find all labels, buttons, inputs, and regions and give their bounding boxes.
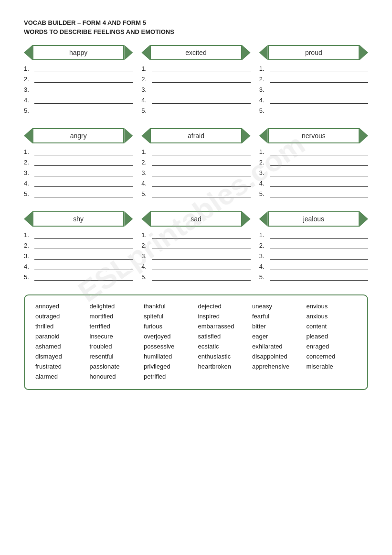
line-item: 2.: [24, 159, 133, 166]
line-number: 3.: [141, 86, 150, 93]
ribbon-label-excited: excited: [150, 45, 242, 60]
word-bank-cell: heartbroken: [196, 362, 251, 370]
answer-line: [34, 108, 133, 114]
line-item: 4.: [259, 180, 368, 187]
ribbon-angry: angry: [24, 128, 133, 143]
line-number: 1.: [259, 231, 268, 239]
word-bank-cell: concerned: [305, 352, 359, 360]
ribbon-shy: shy: [24, 211, 133, 227]
line-number: 2.: [141, 159, 150, 166]
word-bank-cell: uneasy: [250, 302, 305, 310]
line-number: 5.: [24, 273, 32, 281]
word-bank-cell: frustrated: [33, 362, 88, 370]
word-bank-cell: terrified: [88, 322, 142, 330]
ribbon-right-sad: [242, 211, 251, 227]
word-bank-cell: dejected: [196, 302, 251, 310]
ribbon-afraid: afraid: [141, 128, 250, 143]
section-afraid: afraid 1. 2. 3. 4. 5.: [141, 128, 250, 201]
line-number: 4.: [141, 180, 150, 187]
word-bank-cell: possessive: [142, 342, 196, 350]
word-bank-cell: [196, 372, 251, 381]
line-number: 2.: [259, 242, 268, 249]
answer-line: [152, 274, 250, 281]
line-number: 5.: [24, 190, 32, 197]
answer-line: [34, 274, 133, 281]
line-item: 2.: [259, 76, 368, 83]
ribbon-left-shy: [24, 211, 32, 227]
answer-line: [34, 191, 133, 197]
word-bank-cell: paranoid: [33, 332, 88, 340]
word-bank: annoyeddelightedthankfuldejecteduneasyen…: [24, 294, 368, 390]
ribbon-left-happy: [24, 45, 32, 60]
section-shy: shy 1. 2. 3. 4. 5.: [24, 211, 133, 284]
ribbon-proud-inner: proud: [259, 45, 368, 60]
line-number: 4.: [141, 97, 150, 104]
answer-line: [34, 170, 133, 176]
section-excited: excited 1. 2. 3. 4. 5.: [141, 45, 250, 118]
word-bank-cell: disappointed: [250, 352, 305, 360]
line-number: 4.: [24, 97, 32, 104]
answer-line: [152, 108, 250, 114]
lines-sad: 1. 2. 3. 4. 5.: [141, 231, 250, 284]
line-item: 3.: [259, 86, 368, 93]
word-bank-cell: embarrassed: [196, 322, 251, 330]
answer-line: [270, 242, 368, 249]
word-bank-cell: privileged: [142, 362, 196, 370]
line-number: 3.: [259, 86, 268, 93]
line-item: 3.: [24, 169, 133, 176]
line-number: 1.: [259, 65, 268, 72]
line-number: 2.: [141, 76, 150, 83]
line-number: 1.: [24, 231, 32, 239]
ribbon-right-afraid: [242, 128, 251, 143]
lines-afraid: 1. 2. 3. 4. 5.: [141, 148, 250, 201]
line-item: 3.: [24, 252, 133, 260]
word-bank-cell: anxious: [305, 312, 359, 320]
word-bank-cell: inspired: [196, 312, 251, 320]
word-bank-row: outragedmortifiedspitefulinspiredfearful…: [33, 312, 359, 320]
page-subtitle: WORDS TO DESCRIBE FEELINGS AND EMOTIONS: [24, 28, 368, 35]
lines-jealous: 1. 2. 3. 4. 5.: [259, 231, 368, 284]
word-bank-cell: annoyed: [33, 302, 88, 310]
ribbon-left-sad: [141, 211, 150, 227]
sections-row-3: shy 1. 2. 3. 4. 5. sad 1. 2. 3. 4. 5.: [24, 211, 368, 284]
answer-line: [152, 170, 250, 176]
answer-line: [270, 149, 368, 155]
line-item: 3.: [259, 169, 368, 176]
answer-line: [152, 87, 250, 93]
ribbon-left-afraid: [141, 128, 150, 143]
ribbon-label-sad: sad: [150, 211, 242, 227]
line-item: 2.: [24, 242, 133, 249]
ribbon-right-happy: [124, 45, 133, 60]
line-item: 2.: [141, 242, 250, 249]
lines-angry: 1. 2. 3. 4. 5.: [24, 148, 133, 201]
word-bank-cell: petrified: [142, 372, 196, 381]
line-number: 1.: [259, 148, 268, 155]
answer-line: [270, 97, 368, 104]
ribbon-left-excited: [141, 45, 150, 60]
lines-nervous: 1. 2. 3. 4. 5.: [259, 148, 368, 201]
line-number: 5.: [259, 273, 268, 281]
ribbon-label-jealous: jealous: [268, 211, 360, 227]
line-number: 5.: [141, 107, 150, 114]
line-item: 1.: [141, 231, 250, 239]
line-item: 2.: [141, 76, 250, 83]
answer-line: [34, 87, 133, 93]
ribbon-label-proud: proud: [268, 45, 360, 60]
line-item: 5.: [24, 107, 133, 114]
section-nervous: nervous 1. 2. 3. 4. 5.: [259, 128, 368, 201]
answer-line: [270, 191, 368, 197]
word-bank-cell: thankful: [142, 302, 196, 310]
line-number: 5.: [141, 190, 150, 197]
word-bank-cell: thrilled: [33, 322, 88, 330]
line-item: 1.: [24, 65, 133, 72]
ribbon-sad: sad: [141, 211, 250, 227]
word-bank-cell: spiteful: [142, 312, 196, 320]
line-number: 3.: [259, 169, 268, 176]
ribbon-label-afraid: afraid: [150, 128, 242, 143]
answer-line: [34, 76, 133, 83]
answer-line: [152, 263, 250, 270]
answer-line: [270, 180, 368, 187]
line-item: 1.: [259, 148, 368, 155]
section-happy: happy 1. 2. 3. 4. 5.: [24, 45, 133, 118]
line-number: 4.: [141, 263, 150, 270]
